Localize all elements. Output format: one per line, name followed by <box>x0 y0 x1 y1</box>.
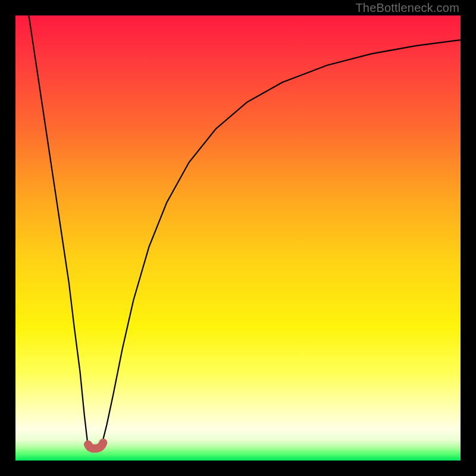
watermark-text: TheBottleneck.com <box>355 1 459 15</box>
plot-area <box>15 15 461 461</box>
chart-frame: TheBottleneck.com <box>0 0 476 476</box>
chart-svg <box>15 15 461 461</box>
